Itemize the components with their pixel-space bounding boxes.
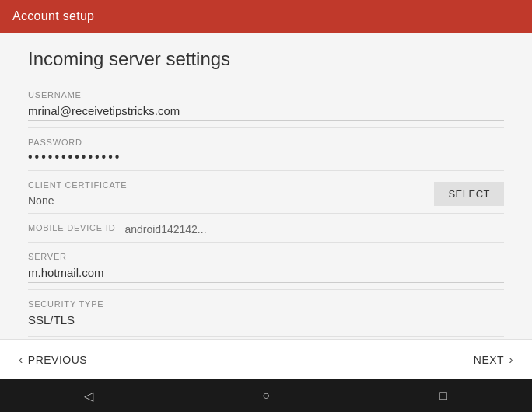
main-content: Incoming server settings USERNAME PASSWO… [0, 33, 532, 339]
previous-label: PREVIOUS [28, 354, 87, 366]
security-type-value: SSL/TLS [28, 312, 504, 330]
server-row: SERVER [28, 244, 504, 288]
security-type-row: SECURITY TYPE SSL/TLS [28, 292, 504, 334]
mobile-device-id-label: MOBILE DEVICE ID [28, 223, 115, 232]
page-title: Incoming server settings [28, 33, 504, 82]
bottom-navigation: ‹ PREVIOUS NEXT › [0, 339, 532, 379]
mobile-device-id-value: android142142... [124, 223, 206, 236]
android-back-button[interactable]: ◁ [76, 383, 101, 408]
password-value: •••••••••••••• [28, 150, 504, 164]
username-row: USERNAME [28, 82, 504, 126]
top-bar-title: Account setup [12, 9, 94, 23]
password-label: PASSWORD [28, 138, 504, 147]
client-certificate-row: CLIENT CERTIFICATE None SELECT [28, 173, 504, 211]
android-home-button[interactable]: ○ [254, 383, 278, 408]
form-section: USERNAME PASSWORD •••••••••••••• CLIENT … [28, 82, 504, 339]
next-label: NEXT [474, 354, 504, 366]
mobile-device-id-row: MOBILE DEVICE ID android142142... [28, 215, 504, 240]
client-certificate-label: CLIENT CERTIFICATE [28, 180, 127, 190]
cert-left: CLIENT CERTIFICATE None [28, 180, 127, 207]
previous-chevron-icon: ‹ [19, 353, 23, 367]
password-row: PASSWORD •••••••••••••• [28, 130, 504, 169]
server-label: SERVER [28, 252, 504, 261]
android-recents-button[interactable]: □ [431, 383, 456, 408]
next-chevron-icon: › [509, 353, 513, 367]
username-label: USERNAME [28, 90, 504, 100]
android-nav-bar: ◁ ○ □ [0, 379, 532, 412]
security-type-label: SECURITY TYPE [28, 299, 504, 309]
server-input[interactable] [28, 264, 504, 283]
cert-none-value: None [28, 194, 127, 207]
username-input[interactable] [28, 103, 504, 121]
next-button[interactable]: NEXT › [474, 353, 513, 367]
select-certificate-button[interactable]: SELECT [434, 182, 504, 206]
previous-button[interactable]: ‹ PREVIOUS [19, 353, 87, 367]
top-bar: Account setup [0, 0, 532, 33]
